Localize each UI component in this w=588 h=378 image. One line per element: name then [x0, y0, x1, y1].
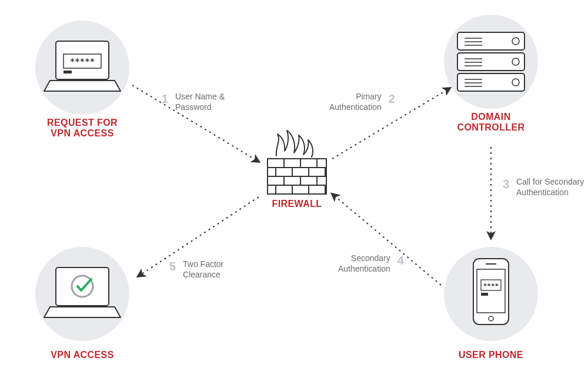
svg-point-34	[512, 58, 519, 65]
node-domain-controller	[444, 15, 538, 109]
node-firewall	[268, 131, 326, 194]
svg-rect-25	[457, 53, 524, 71]
diagram-svg: *****	[0, 0, 588, 378]
svg-rect-26	[457, 73, 524, 91]
svg-point-47	[35, 247, 129, 341]
svg-text:****: ****	[483, 282, 499, 290]
step-label-3: 3 Call for Secondary Authentication	[503, 176, 584, 198]
svg-rect-46	[481, 293, 488, 296]
svg-rect-5	[268, 159, 326, 194]
svg-rect-41	[477, 269, 505, 313]
svg-point-30	[512, 38, 519, 45]
svg-point-49	[72, 276, 93, 297]
svg-rect-48	[56, 267, 109, 306]
svg-rect-40	[473, 259, 509, 325]
node-vpn-access	[35, 247, 129, 341]
node-user-phone: ****	[444, 247, 538, 341]
label-firewall: FIREWALL	[268, 199, 326, 209]
step-num-3: 3	[503, 176, 509, 192]
step-num-5: 5	[169, 259, 176, 274]
step-text-4: Secondary Authentication	[338, 253, 390, 274]
svg-point-23	[444, 15, 538, 109]
node-request: *****	[35, 21, 129, 115]
svg-point-39	[444, 247, 538, 341]
svg-rect-1	[56, 41, 109, 79]
step-label-4: Secondary Authentication 4	[338, 253, 404, 274]
svg-point-0	[35, 21, 129, 115]
step-text-2: Pimary Authentication	[329, 91, 382, 112]
svg-rect-24	[457, 32, 524, 50]
step-label-2: Pimary Authentication 2	[329, 91, 395, 112]
svg-rect-4	[64, 71, 72, 73]
label-vpn-access: VPN ACCESS	[38, 350, 126, 360]
label-request: REQUEST FOR VPN ACCESS	[35, 118, 129, 139]
svg-point-43	[489, 316, 493, 321]
diagram-stage: *****	[0, 0, 588, 378]
step-text-3: Call for Secondary Authentication	[516, 176, 584, 198]
step-text-1: User Name & Password	[175, 91, 225, 112]
step-num-4: 4	[397, 253, 404, 268]
svg-rect-44	[481, 280, 501, 290]
step-text-5: Two Factor Clearance	[183, 259, 223, 280]
svg-rect-2	[64, 54, 101, 68]
label-user-phone: USER PHONE	[447, 350, 535, 360]
step-label-5: 5 Two Factor Clearance	[169, 259, 223, 280]
svg-point-38	[512, 79, 519, 86]
svg-text:*****: *****	[70, 56, 95, 66]
step-label-1: 1 User Name & Password	[162, 91, 225, 112]
label-domain-controller: DOMAIN CONTROLLER	[438, 112, 544, 133]
step-num-1: 1	[162, 91, 168, 106]
step-num-2: 2	[389, 91, 395, 106]
